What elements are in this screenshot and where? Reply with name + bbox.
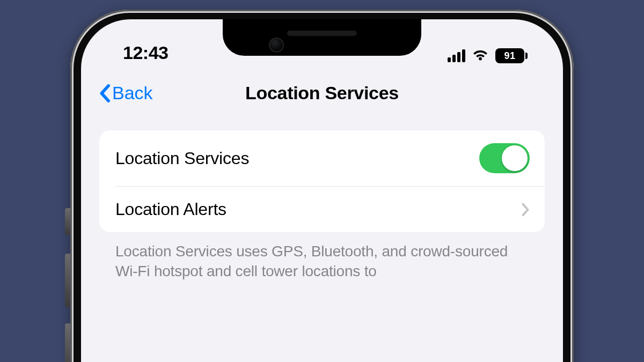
status-time: 12:43 (113, 42, 168, 63)
location-services-toggle[interactable] (479, 143, 530, 173)
chevron-right-icon (521, 202, 530, 217)
page-title: Location Services (245, 83, 399, 104)
wifi-icon (472, 49, 489, 62)
toggle-knob (502, 145, 528, 171)
front-camera (269, 38, 284, 53)
content: Location Services Location Alerts Locati… (81, 110, 563, 282)
battery-level: 91 (495, 48, 524, 63)
screen: 12:43 91 B (81, 19, 563, 362)
chevron-left-icon (99, 84, 110, 102)
phone-frame: 12:43 91 B (70, 10, 574, 362)
navigation-bar: Back Location Services (81, 68, 563, 110)
battery-indicator: 91 (495, 48, 528, 63)
side-button (65, 323, 70, 362)
row-label: Location Alerts (115, 200, 226, 219)
back-label: Back (112, 83, 153, 104)
settings-group: Location Services Location Alerts (99, 130, 545, 232)
row-location-services[interactable]: Location Services (99, 130, 545, 186)
status-indicators: 91 (448, 48, 531, 63)
speaker-grille (287, 31, 357, 36)
back-button[interactable]: Back (99, 83, 153, 104)
cellular-signal-icon (448, 49, 465, 62)
side-button (65, 254, 70, 307)
notch (223, 19, 421, 56)
side-button (65, 208, 70, 235)
footer-description: Location Services uses GPS, Bluetooth, a… (99, 232, 545, 282)
row-label: Location Services (115, 149, 249, 168)
row-location-alerts[interactable]: Location Alerts (99, 187, 545, 232)
